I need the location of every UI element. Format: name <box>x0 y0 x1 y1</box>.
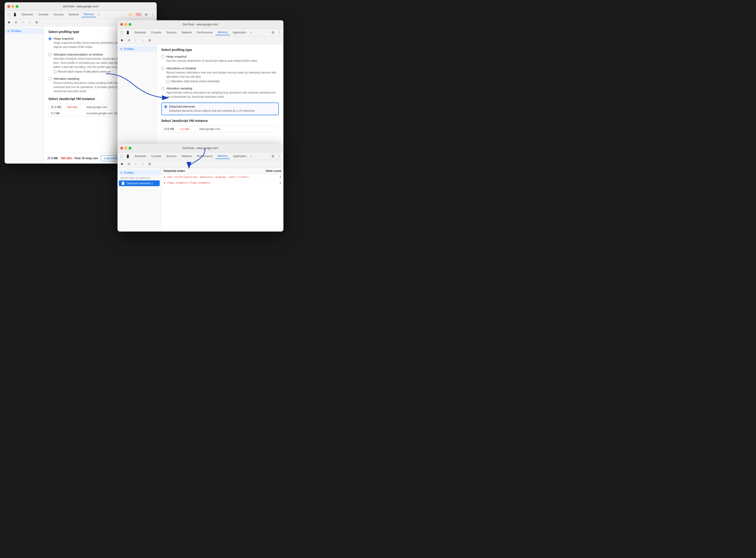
tab-application-3[interactable]: Application <box>230 154 249 159</box>
tab-sources-2[interactable]: Sources <box>164 30 179 35</box>
tab-performance-2[interactable]: Performance <box>195 30 215 35</box>
allocations-timeline-radio[interactable] <box>161 67 165 70</box>
tab-elements-2[interactable]: Elements <box>132 30 148 35</box>
mobile-icon-2[interactable]: 📱 <box>125 30 130 35</box>
clear-icon-3[interactable]: ⊞ <box>147 161 152 167</box>
heap-snapshot-radio-2[interactable] <box>161 55 165 58</box>
sidebar-item-profiles-1[interactable]: ≡ Profiles <box>5 28 44 34</box>
detached-elements-radio[interactable] <box>164 105 167 108</box>
clear-icon[interactable]: ⊞ <box>34 20 39 25</box>
upload-icon-2[interactable]: ↑ <box>133 38 138 43</box>
tab-network-1[interactable]: Network <box>66 12 81 17</box>
more-icon-1[interactable]: ⋮ <box>150 12 155 17</box>
toolbar-3: ⏺ ⊘ ↑ ↓ ⊞ <box>118 160 283 168</box>
allocation-timeline-radio[interactable] <box>48 53 52 56</box>
heap-snapshot-radio[interactable] <box>48 37 52 40</box>
table-row-0[interactable]: ● <div style="position: absolute; displa… <box>161 174 283 180</box>
tab-more-1[interactable]: » <box>97 12 101 17</box>
allocations-timeline-option[interactable]: Allocations on timeline Record memory al… <box>161 67 279 83</box>
alloc-stack-checkbox[interactable] <box>166 80 169 83</box>
tab-bar-1: ⬚ 📱 Elements Console Sources Network Mem… <box>5 10 157 19</box>
sidebar-item-profiles-3[interactable]: ≡ Profiles <box>118 170 161 175</box>
tab-more-3[interactable]: » <box>249 154 253 158</box>
tab-console-1[interactable]: Console <box>36 12 51 17</box>
tab-memory-1[interactable]: Memory <box>81 12 96 17</box>
allocation-sampling-radio[interactable] <box>48 77 52 80</box>
more-icon-2[interactable]: ⋮ <box>277 30 282 35</box>
detached-elements-label[interactable]: Detached elements <box>164 105 276 108</box>
node-code-0: ● <div style="position: absolute; displa… <box>163 176 249 179</box>
sidebar-item-profiles-2[interactable]: ≡ Profiles <box>118 46 156 52</box>
detached-elements-desc: Detached elements shows objects that are… <box>169 109 276 113</box>
tab-console-2[interactable]: Console <box>149 30 163 35</box>
inspect-icon[interactable]: ⬚ <box>6 12 11 17</box>
tab-performance-3[interactable]: Performance <box>195 154 215 159</box>
tab-more-2[interactable]: » <box>249 30 253 35</box>
tab-sources-1[interactable]: Sources <box>51 12 66 17</box>
main-panel-3: Detached nodes Node count ● <div style="… <box>161 168 283 231</box>
vm-rate-0: ↑580 kB/s <box>66 106 84 108</box>
allocations-timeline-label[interactable]: Allocations on timeline <box>161 67 279 70</box>
stack-traces-checkbox[interactable] <box>53 70 56 73</box>
tab-elements-1[interactable]: Elements <box>19 12 35 17</box>
col-node-count: Node count <box>261 168 283 174</box>
allocation-sampling-label-2[interactable]: Allocation sampling <box>161 86 279 90</box>
detached-elements-option[interactable]: Detached elements Detached elements show… <box>161 103 279 115</box>
file-icon: 📄 <box>121 181 125 185</box>
close-button-1[interactable] <box>7 5 10 8</box>
allocation-sampling-option-2[interactable]: Allocation sampling Approximate memory a… <box>161 86 279 99</box>
title-bar-3: DevTools - www.google.com/ <box>118 144 283 152</box>
tab-network-3[interactable]: Network <box>179 154 194 159</box>
download-icon-3[interactable]: ↓ <box>140 161 145 167</box>
settings-icon-2[interactable]: ⚙ <box>271 30 275 35</box>
vm-table-2: 13.0 MB ↓3.1 kB/s www.google.com <box>161 126 279 132</box>
record-icon-3[interactable]: ⏺ <box>119 161 124 167</box>
inspect-icon-2[interactable]: ⬚ <box>119 30 124 35</box>
clear-icon-2[interactable]: ⊞ <box>147 38 152 43</box>
mobile-icon-3[interactable]: 📱 <box>125 154 130 158</box>
tab-bar-icons-3: ⬚ 📱 <box>119 154 130 158</box>
allocation-sampling-radio-2[interactable] <box>161 87 165 90</box>
upload-icon[interactable]: ↑ <box>20 20 25 25</box>
download-icon-2[interactable]: ↓ <box>140 38 145 43</box>
stop-icon-2[interactable]: ⊘ <box>126 38 131 43</box>
tab-console-3[interactable]: Console <box>149 154 163 159</box>
record-icon[interactable]: ⏺ <box>6 20 11 25</box>
more-icon-3[interactable]: ⋮ <box>277 154 282 158</box>
tab-network-2[interactable]: Network <box>179 30 194 35</box>
tab-bar-right-3: ⚙ ⋮ <box>271 154 282 158</box>
settings-icon-1[interactable]: ⚙ <box>144 12 148 17</box>
heap-snapshot-option-2[interactable]: Heap snapshot See the memory distributio… <box>161 55 279 63</box>
table-row-1[interactable]: ● <fake-element></fake-element> 1 <box>161 180 283 186</box>
vm-size-0: 22.3 MB <box>51 105 64 109</box>
upload-icon-3[interactable]: ↑ <box>133 161 138 167</box>
detached-elements-1-item[interactable]: 📄 Detached elements 1 <box>119 180 160 186</box>
title-bar-1: DevTools - www.google.com/ <box>5 2 157 10</box>
record-icon-2[interactable]: ⏺ <box>119 38 124 43</box>
minimize-button-1[interactable] <box>11 5 14 8</box>
minimize-button-3[interactable] <box>124 147 127 150</box>
stop-icon[interactable]: ⊘ <box>14 20 19 25</box>
vm-section-2: Select JavaScript VM instance 13.0 MB ↓3… <box>161 119 279 132</box>
sidebar-3: ≡ Profiles Detached elements 📄 Detached … <box>118 168 161 231</box>
inspect-icon-3[interactable]: ⬚ <box>119 154 124 158</box>
mobile-icon[interactable]: 📱 <box>12 12 17 17</box>
node-cell-1: ● <fake-element></fake-element> <box>161 180 261 186</box>
tab-memory-2[interactable]: Memory <box>216 30 230 35</box>
download-icon[interactable]: ↓ <box>27 20 32 25</box>
tab-memory-3[interactable]: Memory <box>216 153 230 159</box>
tab-sources-3[interactable]: Sources <box>164 154 179 159</box>
minimize-button-2[interactable] <box>124 23 127 26</box>
tab-elements-3[interactable]: Elements <box>132 154 148 159</box>
devtools-window-3: DevTools - www.google.com/ ⬚ 📱 Elements … <box>118 144 283 231</box>
tab-application-2[interactable]: Application <box>230 30 249 35</box>
close-button-2[interactable] <box>120 23 123 26</box>
maximize-button-3[interactable] <box>129 147 131 150</box>
vm-row-2-0[interactable]: 13.0 MB ↓3.1 kB/s www.google.com <box>161 126 279 132</box>
close-button-3[interactable] <box>120 147 123 150</box>
heap-snapshot-label-2[interactable]: Heap snapshot <box>161 55 279 58</box>
maximize-button-2[interactable] <box>129 23 131 26</box>
settings-icon-3[interactable]: ⚙ <box>271 154 275 158</box>
stop-icon-3[interactable]: ⊘ <box>126 161 131 167</box>
maximize-button-1[interactable] <box>16 5 19 8</box>
